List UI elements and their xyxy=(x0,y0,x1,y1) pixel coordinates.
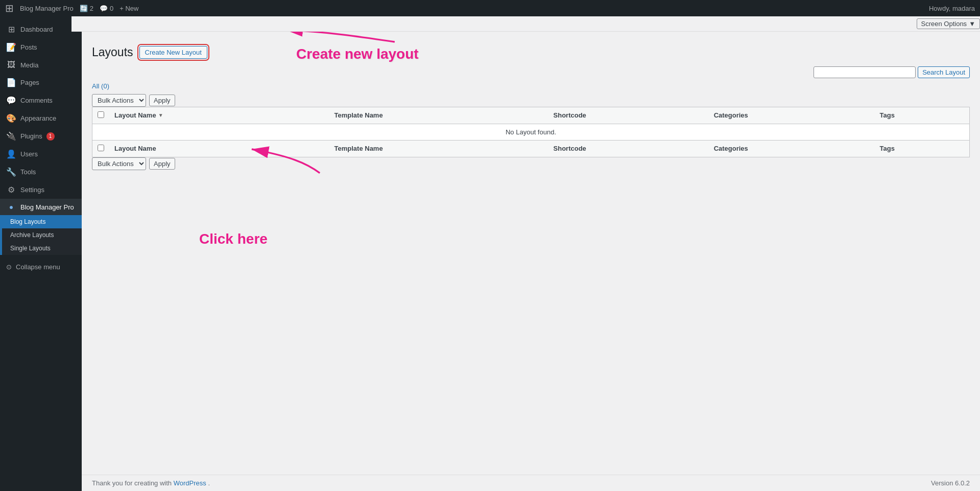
bulk-actions-top-apply-button[interactable]: Apply xyxy=(149,95,175,106)
footer-version: Version 6.0.2 xyxy=(931,479,970,487)
sidebar-item-plugins[interactable]: 🔌 Plugins 1 xyxy=(0,127,82,145)
sidebar-item-settings[interactable]: ⚙ Settings xyxy=(0,181,82,199)
collapse-icon: ⊙ xyxy=(6,263,12,271)
users-icon: 👤 xyxy=(6,149,16,159)
sidebar: ⊞ Dashboard 📝 Posts 🖼 Media 📄 Pages 💬 Co… xyxy=(0,16,82,491)
select-all-checkbox-top[interactable] xyxy=(98,111,104,118)
table-header-tags: Tags xyxy=(875,107,970,124)
footer: Thank you for creating with WordPress . … xyxy=(82,475,980,491)
tools-icon: 🔧 xyxy=(6,167,16,177)
table-header-shortcode: Shortcode xyxy=(548,107,709,124)
no-items-row: No Layout found. xyxy=(92,124,970,140)
sidebar-item-dashboard[interactable]: ⊞ Dashboard xyxy=(0,20,82,38)
appearance-icon: 🎨 xyxy=(6,113,16,123)
annotation-click-here: Click here xyxy=(199,231,268,247)
sidebar-item-single-layouts[interactable]: Single Layouts xyxy=(2,242,82,255)
sidebar-item-users[interactable]: 👤 Users xyxy=(0,145,82,163)
plugins-icon: 🔌 xyxy=(6,131,16,141)
blog-manager-section-header[interactable]: ● Blog Manager Pro xyxy=(0,199,82,215)
comments-icon: 💬 xyxy=(6,96,16,105)
collapse-menu-button[interactable]: ⊙ Collapse menu xyxy=(0,259,82,275)
search-area: Search Layout xyxy=(92,66,970,78)
create-new-layout-button[interactable]: Create New Layout xyxy=(139,46,207,59)
table-footer-tags: Tags xyxy=(875,140,970,157)
adminbar-howdy: Howdy, madara xyxy=(929,5,975,12)
plugins-badge: 1 xyxy=(46,132,55,141)
bulk-actions-bottom: Bulk Actions Delete Apply xyxy=(92,157,970,170)
table-footer-layout-name: Layout Name xyxy=(109,140,329,157)
table-footer-template-name: Template Name xyxy=(329,140,548,157)
sidebar-item-blog-layouts[interactable]: Blog Layouts xyxy=(2,215,82,228)
page-header: Layouts Create New Layout xyxy=(92,45,970,60)
select-all-checkbox-bottom[interactable] xyxy=(98,145,104,151)
table-footer-categories: Categories xyxy=(709,140,875,157)
filter-all-link[interactable]: All (0) xyxy=(92,82,109,90)
settings-icon: ⚙ xyxy=(6,185,16,195)
footer-wordpress-link[interactable]: WordPress xyxy=(174,479,208,487)
pages-icon: 📄 xyxy=(6,78,16,87)
adminbar-comments[interactable]: 💬 0 xyxy=(100,5,113,12)
sidebar-item-appearance[interactable]: 🎨 Appearance xyxy=(0,109,82,127)
wp-logo-icon[interactable]: ⊞ xyxy=(5,2,14,14)
search-input[interactable] xyxy=(814,66,916,78)
table-footer-shortcode: Shortcode xyxy=(548,140,709,157)
sidebar-item-comments[interactable]: 💬 Comments xyxy=(0,91,82,109)
sidebar-item-archive-layouts[interactable]: Archive Layouts xyxy=(2,228,82,242)
no-items-cell: No Layout found. xyxy=(92,124,970,140)
media-icon: 🖼 xyxy=(6,60,16,69)
sidebar-item-posts[interactable]: 📝 Posts xyxy=(0,38,82,56)
table-header-categories: Categories xyxy=(709,107,875,124)
screen-options-button[interactable]: Screen Options ▼ xyxy=(917,18,980,29)
layouts-table: Layout Name ▼ Template Name Shortcode Ca… xyxy=(92,107,970,157)
page-title: Layouts xyxy=(92,45,133,60)
search-layout-button[interactable]: Search Layout xyxy=(918,66,970,78)
sidebar-item-pages[interactable]: 📄 Pages xyxy=(0,74,82,91)
bulk-actions-top-select[interactable]: Bulk Actions Delete xyxy=(92,94,146,107)
footer-credit: Thank you for creating with WordPress . xyxy=(92,479,210,487)
table-footer-checkbox xyxy=(92,140,110,157)
table-header-layout-name[interactable]: Layout Name ▼ xyxy=(109,107,329,124)
admin-bar: ⊞ Blog Manager Pro 🔄 2 💬 0 + New Howdy, … xyxy=(0,0,980,16)
dashboard-icon: ⊞ xyxy=(6,25,16,34)
sort-arrow-icon: ▼ xyxy=(158,112,163,118)
table-header-template-name: Template Name xyxy=(329,107,548,124)
adminbar-site-name[interactable]: Blog Manager Pro xyxy=(20,5,74,12)
filter-bar-top: All (0) xyxy=(92,82,970,90)
table-header-checkbox xyxy=(92,107,110,124)
sidebar-item-media[interactable]: 🖼 Media xyxy=(0,56,82,74)
blog-manager-icon: ● xyxy=(6,203,16,211)
adminbar-updates[interactable]: 🔄 2 xyxy=(80,5,93,12)
sidebar-item-tools[interactable]: 🔧 Tools xyxy=(0,163,82,181)
bulk-actions-bottom-apply-button[interactable]: Apply xyxy=(149,158,175,170)
blog-manager-submenu: Blog Layouts Archive Layouts Single Layo… xyxy=(0,215,82,255)
bulk-actions-bottom-select[interactable]: Bulk Actions Delete xyxy=(92,157,146,170)
posts-icon: 📝 xyxy=(6,42,16,52)
main-content: Create new layout xyxy=(82,16,980,491)
bulk-actions-top: Bulk Actions Delete Apply xyxy=(92,94,970,107)
adminbar-new[interactable]: + New xyxy=(119,5,138,12)
